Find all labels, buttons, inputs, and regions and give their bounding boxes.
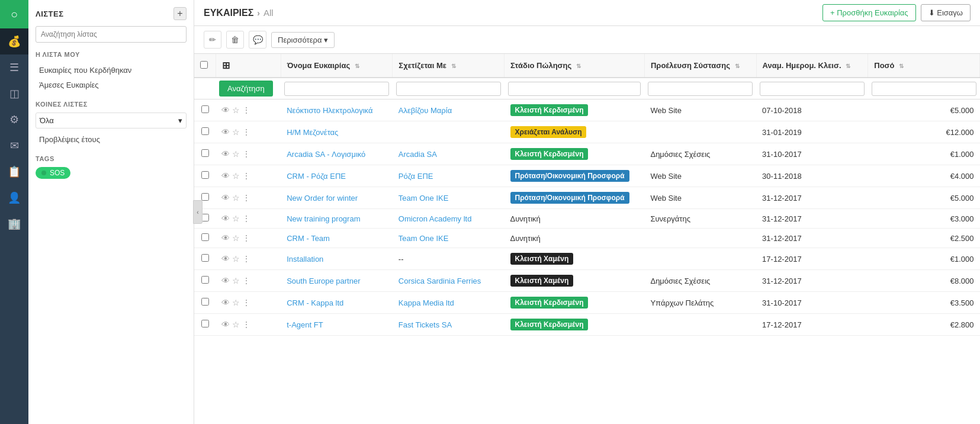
related-link[interactable]: Fast Tickets SA <box>399 320 452 329</box>
row-checkbox[interactable] <box>201 298 209 306</box>
star-icon[interactable]: ☆ <box>232 127 240 137</box>
more-icon[interactable]: ⋮ <box>242 149 250 159</box>
more-icon[interactable]: ⋮ <box>242 320 250 329</box>
more-icon[interactable]: ⋮ <box>242 105 250 115</box>
related-link[interactable]: Team One IKE <box>399 234 449 243</box>
star-icon[interactable]: ☆ <box>232 276 240 285</box>
star-icon[interactable]: ☆ <box>232 320 240 329</box>
col-amount[interactable]: Ποσό ⇅ <box>868 54 980 78</box>
more-icon[interactable]: ⋮ <box>242 171 250 181</box>
related-link[interactable]: Arcadia SA <box>399 150 437 159</box>
edit-button[interactable]: ✏ <box>204 31 221 49</box>
nav-buildings[interactable]: 🏢 <box>0 211 28 237</box>
more-icon[interactable]: ⋮ <box>242 127 250 137</box>
filter-closedate-input[interactable] <box>760 82 865 96</box>
shared-dropdown[interactable]: Όλα ▾ <box>36 113 187 129</box>
more-button[interactable]: Περισσότερα ▾ <box>271 32 335 48</box>
tag-sos[interactable]: SOS <box>36 167 70 179</box>
filter-amount-input[interactable] <box>872 82 976 96</box>
delete-button[interactable]: 🗑 <box>226 31 244 49</box>
row-checkbox[interactable] <box>201 320 209 327</box>
opportunity-name-link[interactable]: CRM - Team <box>287 234 330 243</box>
opportunity-name-link[interactable]: South Europe partner <box>287 277 360 285</box>
opportunity-name-link[interactable]: Νεόκτιστο Ηλεκτρολογικά <box>287 106 372 115</box>
view-icon[interactable]: 👁 <box>221 320 230 329</box>
more-icon[interactable]: ⋮ <box>242 254 250 264</box>
related-link[interactable]: Αλεβίζου Μαρία <box>399 106 452 115</box>
related-link[interactable]: Omicron Academy ltd <box>399 214 472 223</box>
sidebar-collapse-button[interactable]: ‹ <box>193 200 203 224</box>
view-icon[interactable]: 👁 <box>221 171 230 181</box>
col-source[interactable]: Προέλευση Σύστασης ⇅ <box>644 54 756 78</box>
col-related[interactable]: Σχετίζεται Με ⇅ <box>393 54 505 78</box>
filter-stage-input[interactable] <box>508 82 641 96</box>
star-icon[interactable]: ☆ <box>232 105 240 115</box>
star-icon[interactable]: ☆ <box>232 298 240 307</box>
star-icon[interactable]: ☆ <box>232 149 240 159</box>
nav-users[interactable]: 👤 <box>0 185 28 211</box>
col-stage[interactable]: Στάδιο Πώλησης ⇅ <box>505 54 645 78</box>
row-checkbox[interactable] <box>201 149 209 157</box>
import-button[interactable]: ⬇ Εισαγω <box>921 4 971 21</box>
opportunity-name-link[interactable]: CRM - Ρόζα ΕΠΕ <box>287 172 346 181</box>
sidebar-item-won[interactable]: Ευκαιρίες που Κερδήθηκαν <box>36 63 187 78</box>
star-icon[interactable]: ☆ <box>232 214 240 223</box>
view-icon[interactable]: 👁 <box>221 233 230 243</box>
opportunity-name-link[interactable]: New training program <box>287 214 360 223</box>
select-all-checkbox[interactable] <box>200 61 208 69</box>
related-link[interactable]: Kappa Media ltd <box>399 298 454 307</box>
nav-tools[interactable]: ⚙ <box>0 107 28 133</box>
list-search-input[interactable] <box>36 26 187 43</box>
more-icon[interactable]: ⋮ <box>242 193 250 203</box>
col-name[interactable]: Όνομα Ευκαιρίας ⇅ <box>281 54 393 78</box>
col-close-date[interactable]: Αναμ. Ημερομ. Κλεισ. ⇅ <box>756 54 868 78</box>
related-link[interactable]: Corsica Sardinia Ferries <box>399 277 481 285</box>
related-link[interactable]: Team One IKE <box>399 194 449 203</box>
opportunity-name-link[interactable]: CRM - Kappa ltd <box>287 298 343 307</box>
nav-messages[interactable]: ✉ <box>0 133 28 159</box>
sidebar-item-immediate[interactable]: Άμεσες Ευκαιρίες <box>36 78 187 92</box>
row-checkbox[interactable] <box>201 171 209 179</box>
view-icon[interactable]: 👁 <box>221 105 230 115</box>
app-logo[interactable]: ○ <box>0 0 28 28</box>
comment-button[interactable]: 💬 <box>249 31 266 49</box>
row-checkbox[interactable] <box>201 276 209 284</box>
more-icon[interactable]: ⋮ <box>242 214 250 223</box>
add-opportunity-button[interactable]: + Προσθήκη Ευκαιρίας <box>822 4 916 21</box>
opportunity-name-link[interactable]: Η/Μ Μεζονέτας <box>287 128 338 137</box>
add-list-button[interactable]: + <box>173 7 187 20</box>
nav-tasks[interactable]: 📋 <box>0 159 28 185</box>
opportunity-name-link[interactable]: New Order for winter <box>287 194 358 203</box>
more-icon[interactable]: ⋮ <box>242 298 250 307</box>
more-icon[interactable]: ⋮ <box>242 276 250 285</box>
star-icon[interactable]: ☆ <box>232 254 240 264</box>
star-icon[interactable]: ☆ <box>232 171 240 181</box>
nav-companies[interactable]: ◫ <box>0 81 28 107</box>
row-checkbox[interactable] <box>201 127 209 135</box>
more-icon[interactable]: ⋮ <box>242 233 250 243</box>
row-checkbox[interactable] <box>201 233 209 241</box>
search-button[interactable]: Αναζήτηση <box>219 81 273 97</box>
row-checkbox[interactable] <box>201 254 209 262</box>
col-checkbox[interactable] <box>194 54 216 78</box>
related-link[interactable]: Ρόζα ΕΠΕ <box>399 172 433 181</box>
view-icon[interactable]: 👁 <box>221 254 230 264</box>
filter-name-input[interactable] <box>284 82 389 96</box>
star-icon[interactable]: ☆ <box>232 193 240 203</box>
row-checkbox[interactable] <box>201 105 209 113</box>
view-icon[interactable]: 👁 <box>221 127 230 137</box>
view-icon[interactable]: 👁 <box>221 149 230 159</box>
view-icon[interactable]: 👁 <box>221 214 230 223</box>
row-checkbox[interactable] <box>201 193 209 201</box>
star-icon[interactable]: ☆ <box>232 233 240 243</box>
view-icon[interactable]: 👁 <box>221 298 230 307</box>
filter-related-input[interactable] <box>396 82 501 96</box>
opportunity-name-link[interactable]: Arcadia SA - Λογισμικό <box>287 150 365 159</box>
opportunity-name-link[interactable]: t-Agent FT <box>287 320 323 329</box>
nav-contacts[interactable]: ☰ <box>0 54 28 81</box>
filter-source-input[interactable] <box>648 82 753 96</box>
nav-opportunities[interactable]: 💰 <box>0 28 28 54</box>
sidebar-item-forecast[interactable]: Προβλέψεις έτους <box>36 132 187 147</box>
opportunity-name-link[interactable]: Installation <box>287 255 323 264</box>
view-icon[interactable]: 👁 <box>221 193 230 203</box>
